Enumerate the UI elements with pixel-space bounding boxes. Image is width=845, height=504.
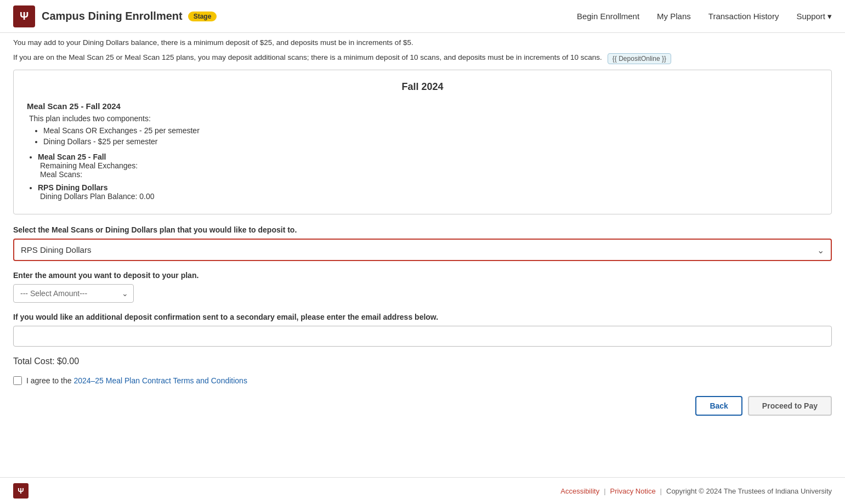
deposit-notice: If you are on the Meal Scan 25 or Meal S… bbox=[13, 53, 832, 70]
sub-plan-2-detail-0: Dining Dollars Plan Balance: 0.00 bbox=[38, 192, 818, 201]
total-cost-value: $0.00 bbox=[57, 356, 79, 366]
plan-component-2: Dining Dollars - $25 per semester bbox=[43, 137, 818, 146]
semester-heading: Fall 2024 bbox=[27, 81, 818, 93]
footer-separator-1: | bbox=[604, 487, 605, 495]
plan-select-label: Select the Meal Scans or Dining Dollars … bbox=[13, 225, 832, 234]
nav-transaction-history[interactable]: Transaction History bbox=[708, 12, 779, 21]
amount-dropdown[interactable]: --- Select Amount--- $25 $50 $75 $100 bbox=[13, 284, 134, 303]
agreement-link[interactable]: 2024–25 Meal Plan Contract Terms and Con… bbox=[73, 376, 247, 385]
footer: Ψ Accessibility | Privacy Notice | Copyr… bbox=[0, 477, 845, 504]
footer-separator-2: | bbox=[660, 487, 662, 495]
main-nav: Begin Enrollment My Plans Transaction Hi… bbox=[577, 12, 832, 21]
proceed-to-pay-button[interactable]: Proceed to Pay bbox=[748, 396, 832, 416]
agreement-text: I agree to the 2024–25 Meal Plan Contrac… bbox=[26, 376, 247, 385]
footer-iu-logo: Ψ bbox=[13, 483, 29, 499]
total-cost: Total Cost: $0.00 bbox=[13, 356, 832, 366]
plan-intro: This plan includes two components: bbox=[27, 114, 818, 123]
chevron-down-icon: ▾ bbox=[827, 12, 832, 21]
plan-select-wrapper: RPS Dining Dollars Meal Scan 25 - Fall ⌄ bbox=[13, 239, 832, 261]
nav-support[interactable]: Support ▾ bbox=[796, 12, 832, 21]
sub-plan-1-detail-0: Remaining Meal Exchanges: bbox=[38, 161, 818, 170]
deposit-online-button[interactable]: {{ DepositOnline }} bbox=[608, 53, 671, 64]
stage-badge: Stage bbox=[188, 12, 217, 21]
email-label: If you would like an additional deposit … bbox=[13, 313, 832, 321]
sub-plan-1-detail-1: Meal Scans: bbox=[38, 170, 818, 179]
app-title: Campus Dining Enrollment bbox=[42, 10, 183, 22]
header: Ψ Campus Dining Enrollment Stage Begin E… bbox=[0, 0, 845, 33]
plan-select-dropdown[interactable]: RPS Dining Dollars Meal Scan 25 - Fall bbox=[13, 239, 832, 261]
amount-select-wrapper: --- Select Amount--- $25 $50 $75 $100 ⌄ bbox=[13, 284, 134, 303]
total-cost-label: Total Cost: bbox=[13, 356, 55, 366]
agreement-checkbox[interactable] bbox=[13, 376, 22, 385]
main-content: You may add to your Dining Dollars balan… bbox=[0, 33, 845, 477]
sub-plan-2: RPS Dining Dollars Dining Dollars Plan B… bbox=[38, 183, 818, 201]
sub-plan-1: Meal Scan 25 - Fall Remaining Meal Excha… bbox=[38, 152, 818, 179]
footer-links: Accessibility | Privacy Notice | Copyrig… bbox=[560, 487, 832, 495]
accessibility-link[interactable]: Accessibility bbox=[560, 487, 599, 495]
email-section: If you would like an additional deposit … bbox=[13, 313, 832, 347]
email-input[interactable] bbox=[13, 326, 832, 347]
meal-plan-info-box: Fall 2024 Meal Scan 25 - Fall 2024 This … bbox=[13, 70, 832, 214]
amount-select-section: Enter the amount you want to deposit to … bbox=[13, 271, 832, 303]
nav-my-plans[interactable]: My Plans bbox=[657, 12, 691, 21]
top-notice: You may add to your Dining Dollars balan… bbox=[13, 33, 832, 50]
plan-select-section: Select the Meal Scans or Dining Dollars … bbox=[13, 225, 832, 261]
plan-components: Meal Scans OR Exchanges - 25 per semeste… bbox=[27, 126, 818, 146]
plan-component-1: Meal Scans OR Exchanges - 25 per semeste… bbox=[43, 126, 818, 135]
sub-plan-1-title: Meal Scan 25 - Fall bbox=[38, 152, 106, 161]
privacy-notice-link[interactable]: Privacy Notice bbox=[610, 487, 656, 495]
notice-line2: If you are on the Meal Scan 25 or Meal S… bbox=[13, 53, 602, 61]
footer-copyright: Copyright © 2024 The Trustees of Indiana… bbox=[666, 487, 832, 495]
notice-line1: You may add to your Dining Dollars balan… bbox=[13, 38, 832, 47]
plan-name: Meal Scan 25 - Fall 2024 bbox=[27, 101, 818, 111]
sub-plan-2-title: RPS Dining Dollars bbox=[38, 183, 108, 192]
back-button[interactable]: Back bbox=[695, 396, 742, 416]
buttons-row: Back Proceed to Pay bbox=[13, 396, 832, 427]
sub-plans-list: Meal Scan 25 - Fall Remaining Meal Excha… bbox=[27, 152, 818, 201]
nav-begin-enrollment[interactable]: Begin Enrollment bbox=[577, 12, 639, 21]
agreement-row: I agree to the 2024–25 Meal Plan Contrac… bbox=[13, 376, 832, 385]
iu-logo: Ψ bbox=[13, 5, 35, 27]
amount-select-label: Enter the amount you want to deposit to … bbox=[13, 271, 832, 280]
